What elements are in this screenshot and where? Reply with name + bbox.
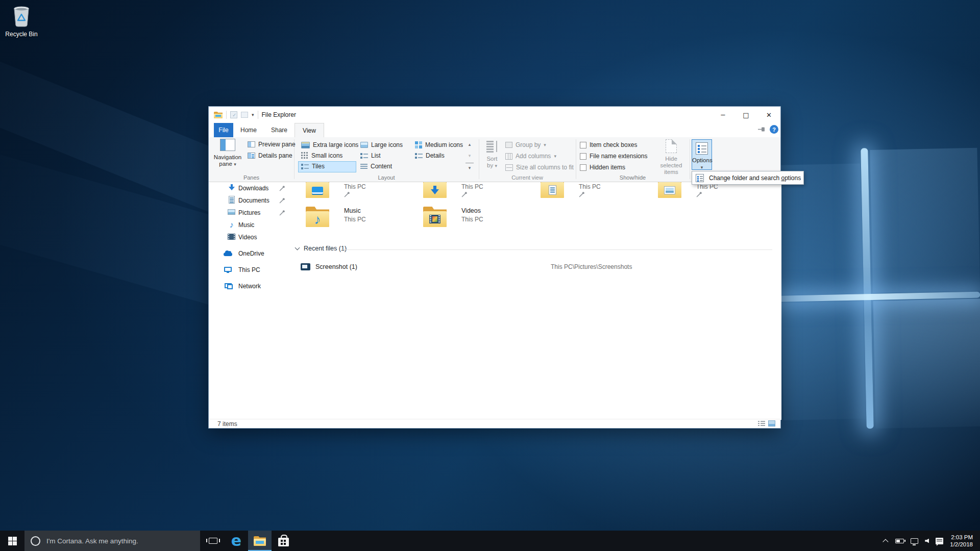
sort-by-button[interactable]: Sort by ▾ [482,140,502,169]
taskbar-edge-button[interactable]: e [225,531,248,551]
caption-buttons: ─ □ ✕ [712,107,780,123]
group-by-button[interactable]: Group by ▾ [505,141,546,148]
tile-pictures-folder[interactable]: This PC [658,182,770,201]
add-columns-button[interactable]: Add columns ▾ [505,153,556,160]
window-title: File Explorer [262,111,296,118]
help-button[interactable]: ? [770,125,778,134]
close-button[interactable]: ✕ [757,107,780,123]
recent-files-header[interactable]: Recent files (1) [296,245,347,252]
layout-scroll-up[interactable]: ▴ [465,140,474,147]
checkbox-unchecked-icon[interactable] [580,164,586,171]
caret-down-icon: ▾ [469,165,471,170]
recycle-bin[interactable]: Recycle Bin [3,4,40,38]
battery-icon[interactable] [895,539,904,543]
details-pane-icon [248,153,255,159]
extra-large-icons-icon [301,142,310,148]
tab-file[interactable]: File [214,123,233,137]
search-input[interactable] [46,537,189,545]
sidebar-item-network[interactable]: Network [209,280,289,292]
layout-more-button[interactable]: ▾ [465,163,474,171]
layout-scroll-down[interactable]: ▾ [465,152,474,159]
taskbar-store-button[interactable] [272,531,295,551]
taskbar-clock[interactable]: 2:03 PM 1/2/2018 [950,534,973,548]
minimize-icon: ─ [721,111,725,119]
task-view-icon [209,538,217,544]
details-pane-button[interactable]: Details pane [248,152,292,159]
hide-selected-items-button[interactable]: Hide selected items [655,139,687,176]
qat-properties-icon[interactable]: ✓ [230,111,237,118]
minimize-button[interactable]: ─ [712,107,734,123]
sidebar-item-downloads[interactable]: Downloads [209,182,289,194]
document-glyph-icon [549,185,556,195]
show-hidden-icons-chevron[interactable] [883,539,888,544]
sidebar-item-documents[interactable]: Documents [209,194,289,207]
menu-item-change-folder-options[interactable]: Change folder and search options [709,174,801,182]
network-icon[interactable] [911,538,918,544]
layout-details[interactable]: Details [415,152,445,159]
items-count: 7 items [217,420,237,428]
checkbox-unchecked-icon[interactable] [580,153,586,160]
tile-music-folder[interactable]: ♪ Music This PC [306,207,418,230]
ribbon-group-panes: Navigation pane ▾ Preview pane Details p… [209,137,294,182]
documents-icon [229,196,235,204]
group-label: Current view [479,174,576,181]
caret-down-icon: ▾ [469,153,471,158]
layout-extra-large-icons[interactable]: Extra large icons [301,141,358,148]
item-check-boxes-option[interactable]: Item check boxes [580,141,637,148]
details-view-toggle-icon[interactable] [758,420,765,427]
sidebar-item-music[interactable]: ♪ Music [209,219,289,231]
chevron-down-icon [295,245,300,251]
windows-logo-icon [8,537,17,545]
maximize-icon: □ [743,111,749,119]
qat-new-folder-icon[interactable] [241,112,248,118]
sidebar-item-this-pc[interactable]: This PC [209,264,289,276]
file-name-extensions-option[interactable]: File name extensions [580,153,647,160]
maximize-button[interactable]: □ [734,107,757,123]
navigation-pane-button[interactable]: Navigation pane ▾ [213,139,242,167]
layout-content[interactable]: Content [360,163,392,170]
volume-icon[interactable] [925,539,929,543]
tab-home[interactable]: Home [233,123,264,137]
taskbar-file-explorer-button[interactable] [248,531,272,551]
recent-file-row[interactable]: Screenshot (1) This PC\Pictures\Screensh… [301,262,775,272]
taskbar: e 2:03 PM 1/2/2018 [0,531,980,551]
folder-icon [658,182,681,198]
sidebar-item-onedrive[interactable]: OneDrive [209,247,289,260]
medium-icons-icon [415,141,422,148]
layout-list[interactable]: List [360,152,381,159]
thumbnail-view-toggle-icon[interactable] [768,420,775,427]
tile-downloads-folder[interactable]: This PC [423,182,535,201]
action-center-icon[interactable] [936,538,943,544]
qat-customize-caret-icon[interactable]: ▾ [252,113,254,117]
layout-large-icons[interactable]: Large icons [360,141,403,148]
preview-pane-button[interactable]: Preview pane [248,141,296,148]
sidebar-item-videos[interactable]: Videos [209,231,289,243]
tile-documents-folder[interactable]: This PC [541,182,653,201]
checkbox-unchecked-icon[interactable] [580,142,586,148]
size-all-columns-button[interactable]: Size all columns to fit [505,164,574,171]
pin-ribbon-icon[interactable] [758,127,766,132]
title-bar[interactable]: ✓ ▾ File Explorer ─ □ ✕ [209,107,780,123]
tile-videos-folder[interactable]: Videos This PC [423,207,535,230]
cortana-search-box[interactable] [24,531,200,551]
tab-view[interactable]: View [295,123,324,137]
start-button[interactable] [0,531,24,551]
folder-options-icon [696,174,704,182]
tab-share[interactable]: Share [264,123,295,137]
sidebar-item-pictures[interactable]: Pictures [209,207,289,219]
edge-icon: e [231,533,241,548]
status-bar: 7 items [209,419,780,428]
options-dropdown-menu: Change folder and search options [692,171,804,185]
group-label: Panes [209,174,294,181]
system-tray: 2:03 PM 1/2/2018 [885,531,980,551]
tile-desktop-folder[interactable]: This PC [306,182,418,201]
videos-icon [228,234,235,240]
layout-small-icons[interactable]: Small icons [301,152,342,159]
layout-tiles[interactable]: Tiles [301,163,325,170]
options-button[interactable]: Options ▾ [692,139,712,170]
task-view-button[interactable] [201,531,225,551]
layout-medium-icons[interactable]: Medium icons [415,141,463,148]
recycle-bin-icon [10,4,33,28]
group-header-rule [342,249,772,250]
hidden-items-option[interactable]: Hidden items [580,164,625,171]
